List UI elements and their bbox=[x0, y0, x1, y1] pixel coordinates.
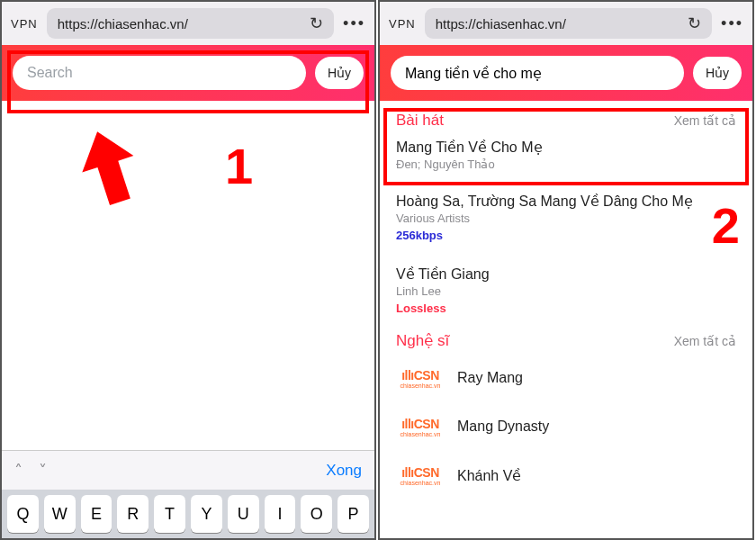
search-strip: Hủy bbox=[380, 45, 752, 101]
annotation-arrow-icon bbox=[74, 130, 146, 220]
song-item[interactable]: Hoàng Sa, Trường Sa Mang Về Dâng Cho Mẹ … bbox=[380, 175, 752, 248]
keyboard-accessory-bar: ˄ ˅ Xong bbox=[2, 450, 374, 490]
key-t[interactable]: T bbox=[154, 495, 185, 533]
csn-logo-icon: ıllıCSN chiasenhac.vn bbox=[396, 460, 445, 490]
vpn-badge: VPN bbox=[389, 17, 416, 31]
reload-icon[interactable]: ↻ bbox=[688, 14, 701, 33]
reload-icon[interactable]: ↻ bbox=[310, 14, 323, 33]
phone-panel-1: VPN https://chiasenhac.vn/ ↻ ••• Hủy 1 bbox=[0, 0, 376, 540]
song-artist: Various Artists bbox=[396, 212, 736, 225]
kb-next-icon[interactable]: ˅ bbox=[39, 461, 47, 481]
key-i[interactable]: I bbox=[265, 495, 296, 533]
search-strip: Hủy bbox=[2, 45, 374, 101]
artist-name: Mang Dynasty bbox=[457, 418, 549, 435]
section-title-songs: Bài hát bbox=[396, 112, 444, 130]
keyboard-done-button[interactable]: Xong bbox=[326, 462, 362, 480]
keyboard: ˄ ˅ Xong Q W E R T Y U I O P bbox=[2, 450, 374, 538]
key-e[interactable]: E bbox=[81, 495, 112, 533]
cancel-button[interactable]: Hủy bbox=[315, 57, 364, 89]
key-w[interactable]: W bbox=[44, 495, 76, 533]
svg-marker-0 bbox=[74, 130, 146, 210]
browser-bar: VPN https://chiasenhac.vn/ ↻ ••• bbox=[2, 2, 374, 45]
key-y[interactable]: Y bbox=[191, 495, 222, 533]
song-bitrate: Lossless bbox=[396, 302, 736, 315]
section-songs: Bài hát Xem tất cả Mang Tiền Về Cho Mẹ Đ… bbox=[380, 101, 752, 175]
see-all-songs[interactable]: Xem tất cả bbox=[674, 113, 736, 128]
browser-bar: VPN https://chiasenhac.vn/ ↻ ••• bbox=[380, 2, 752, 45]
song-item[interactable]: Về Tiền Giang Linh Lee Lossless bbox=[380, 248, 752, 320]
song-bitrate: 256kbps bbox=[396, 229, 736, 242]
search-input[interactable] bbox=[27, 65, 292, 81]
song-title[interactable]: Mang Tiền Về Cho Mẹ bbox=[396, 139, 736, 156]
artist-name: Khánh Về bbox=[457, 467, 521, 484]
url-text: https://chiasenhac.vn/ bbox=[436, 16, 566, 32]
annotation-number-1: 1 bbox=[225, 137, 253, 195]
key-q[interactable]: Q bbox=[7, 495, 39, 533]
key-u[interactable]: U bbox=[228, 495, 259, 533]
url-text: https://chiasenhac.vn/ bbox=[58, 16, 188, 32]
song-artist: Linh Lee bbox=[396, 284, 736, 298]
key-p[interactable]: P bbox=[338, 495, 369, 533]
browser-menu-icon[interactable]: ••• bbox=[343, 14, 365, 33]
section-title-artists: Nghệ sĩ bbox=[396, 331, 449, 350]
key-r[interactable]: R bbox=[117, 495, 148, 533]
keyboard-row: Q W E R T Y U I O P bbox=[2, 490, 374, 538]
browser-menu-icon[interactable]: ••• bbox=[721, 14, 743, 33]
section-artists: Nghệ sĩ Xem tất cả bbox=[380, 320, 752, 354]
song-title: Hoàng Sa, Trường Sa Mang Về Dâng Cho Mẹ bbox=[396, 193, 736, 210]
artist-name: Ray Mang bbox=[457, 370, 523, 386]
search-field[interactable] bbox=[13, 56, 306, 90]
cancel-button[interactable]: Hủy bbox=[693, 57, 742, 89]
kb-prev-icon[interactable]: ˄ bbox=[14, 461, 22, 481]
artist-item[interactable]: ıllıCSN chiasenhac.vn Ray Mang bbox=[380, 354, 752, 402]
csn-logo-icon: ıllıCSN chiasenhac.vn bbox=[396, 363, 445, 393]
url-box[interactable]: https://chiasenhac.vn/ ↻ bbox=[47, 8, 334, 39]
artist-item[interactable]: ıllıCSN chiasenhac.vn Mang Dynasty bbox=[380, 402, 752, 451]
csn-logo-icon: ıllıCSN chiasenhac.vn bbox=[396, 411, 445, 442]
song-artist: Đen; Nguyên Thảo bbox=[396, 158, 736, 171]
key-o[interactable]: O bbox=[301, 495, 332, 533]
search-field[interactable] bbox=[391, 56, 684, 90]
see-all-artists[interactable]: Xem tất cả bbox=[674, 334, 736, 348]
phone-panel-2: VPN https://chiasenhac.vn/ ↻ ••• Hủy Bài… bbox=[378, 0, 754, 540]
search-input[interactable] bbox=[405, 65, 670, 81]
vpn-badge: VPN bbox=[11, 17, 38, 31]
artist-item[interactable]: ıllıCSN chiasenhac.vn Khánh Về bbox=[380, 451, 752, 500]
song-title: Về Tiền Giang bbox=[396, 266, 736, 283]
url-box[interactable]: https://chiasenhac.vn/ ↻ bbox=[425, 8, 712, 39]
